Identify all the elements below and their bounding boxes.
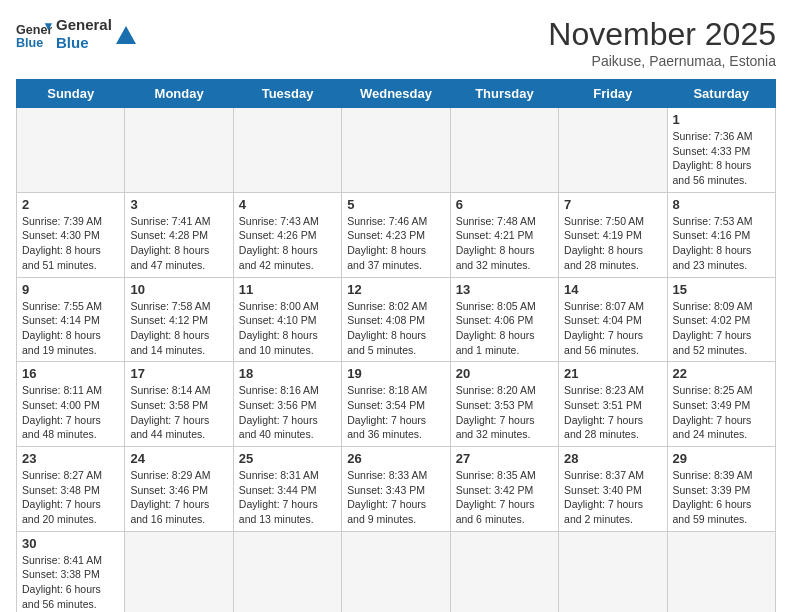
month-title: November 2025 bbox=[548, 16, 776, 53]
day-cell: 19Sunrise: 8:18 AM Sunset: 3:54 PM Dayli… bbox=[342, 362, 450, 447]
day-info: Sunrise: 7:53 AM Sunset: 4:16 PM Dayligh… bbox=[673, 214, 770, 273]
day-cell: 10Sunrise: 7:58 AM Sunset: 4:12 PM Dayli… bbox=[125, 277, 233, 362]
day-info: Sunrise: 8:11 AM Sunset: 4:00 PM Dayligh… bbox=[22, 383, 119, 442]
day-header-saturday: Saturday bbox=[667, 80, 775, 108]
svg-marker-3 bbox=[116, 26, 136, 44]
day-cell bbox=[17, 108, 125, 193]
day-cell bbox=[125, 531, 233, 612]
day-number: 24 bbox=[130, 451, 227, 466]
day-cell bbox=[450, 531, 558, 612]
day-number: 17 bbox=[130, 366, 227, 381]
day-info: Sunrise: 7:41 AM Sunset: 4:28 PM Dayligh… bbox=[130, 214, 227, 273]
day-cell: 13Sunrise: 8:05 AM Sunset: 4:06 PM Dayli… bbox=[450, 277, 558, 362]
week-row-1: 1Sunrise: 7:36 AM Sunset: 4:33 PM Daylig… bbox=[17, 108, 776, 193]
day-number: 16 bbox=[22, 366, 119, 381]
day-cell: 20Sunrise: 8:20 AM Sunset: 3:53 PM Dayli… bbox=[450, 362, 558, 447]
week-row-3: 9Sunrise: 7:55 AM Sunset: 4:14 PM Daylig… bbox=[17, 277, 776, 362]
header: General Blue General Blue November 2025 … bbox=[16, 16, 776, 69]
day-cell: 21Sunrise: 8:23 AM Sunset: 3:51 PM Dayli… bbox=[559, 362, 667, 447]
day-number: 26 bbox=[347, 451, 444, 466]
day-number: 10 bbox=[130, 282, 227, 297]
svg-text:Blue: Blue bbox=[16, 36, 43, 50]
day-info: Sunrise: 8:37 AM Sunset: 3:40 PM Dayligh… bbox=[564, 468, 661, 527]
day-header-friday: Friday bbox=[559, 80, 667, 108]
day-number: 3 bbox=[130, 197, 227, 212]
day-cell: 25Sunrise: 8:31 AM Sunset: 3:44 PM Dayli… bbox=[233, 447, 341, 532]
day-cell bbox=[559, 108, 667, 193]
day-cell: 8Sunrise: 7:53 AM Sunset: 4:16 PM Daylig… bbox=[667, 192, 775, 277]
calendar-header-row: SundayMondayTuesdayWednesdayThursdayFrid… bbox=[17, 80, 776, 108]
day-info: Sunrise: 8:16 AM Sunset: 3:56 PM Dayligh… bbox=[239, 383, 336, 442]
day-number: 23 bbox=[22, 451, 119, 466]
day-cell: 7Sunrise: 7:50 AM Sunset: 4:19 PM Daylig… bbox=[559, 192, 667, 277]
day-number: 29 bbox=[673, 451, 770, 466]
day-cell: 24Sunrise: 8:29 AM Sunset: 3:46 PM Dayli… bbox=[125, 447, 233, 532]
day-info: Sunrise: 7:39 AM Sunset: 4:30 PM Dayligh… bbox=[22, 214, 119, 273]
day-number: 18 bbox=[239, 366, 336, 381]
logo: General Blue General Blue bbox=[16, 16, 136, 52]
week-row-5: 23Sunrise: 8:27 AM Sunset: 3:48 PM Dayli… bbox=[17, 447, 776, 532]
day-cell bbox=[342, 108, 450, 193]
logo-blue: Blue bbox=[56, 34, 112, 52]
day-info: Sunrise: 8:09 AM Sunset: 4:02 PM Dayligh… bbox=[673, 299, 770, 358]
day-number: 11 bbox=[239, 282, 336, 297]
day-number: 8 bbox=[673, 197, 770, 212]
day-info: Sunrise: 8:05 AM Sunset: 4:06 PM Dayligh… bbox=[456, 299, 553, 358]
day-cell: 23Sunrise: 8:27 AM Sunset: 3:48 PM Dayli… bbox=[17, 447, 125, 532]
day-number: 21 bbox=[564, 366, 661, 381]
day-info: Sunrise: 8:14 AM Sunset: 3:58 PM Dayligh… bbox=[130, 383, 227, 442]
day-number: 4 bbox=[239, 197, 336, 212]
day-cell: 15Sunrise: 8:09 AM Sunset: 4:02 PM Dayli… bbox=[667, 277, 775, 362]
day-number: 12 bbox=[347, 282, 444, 297]
day-info: Sunrise: 8:23 AM Sunset: 3:51 PM Dayligh… bbox=[564, 383, 661, 442]
location-subtitle: Paikuse, Paernumaa, Estonia bbox=[548, 53, 776, 69]
day-cell: 29Sunrise: 8:39 AM Sunset: 3:39 PM Dayli… bbox=[667, 447, 775, 532]
day-number: 22 bbox=[673, 366, 770, 381]
day-cell: 17Sunrise: 8:14 AM Sunset: 3:58 PM Dayli… bbox=[125, 362, 233, 447]
day-info: Sunrise: 8:20 AM Sunset: 3:53 PM Dayligh… bbox=[456, 383, 553, 442]
day-cell: 18Sunrise: 8:16 AM Sunset: 3:56 PM Dayli… bbox=[233, 362, 341, 447]
day-info: Sunrise: 8:33 AM Sunset: 3:43 PM Dayligh… bbox=[347, 468, 444, 527]
day-cell bbox=[667, 531, 775, 612]
day-header-thursday: Thursday bbox=[450, 80, 558, 108]
day-cell: 1Sunrise: 7:36 AM Sunset: 4:33 PM Daylig… bbox=[667, 108, 775, 193]
day-cell: 26Sunrise: 8:33 AM Sunset: 3:43 PM Dayli… bbox=[342, 447, 450, 532]
day-info: Sunrise: 8:27 AM Sunset: 3:48 PM Dayligh… bbox=[22, 468, 119, 527]
day-cell: 5Sunrise: 7:46 AM Sunset: 4:23 PM Daylig… bbox=[342, 192, 450, 277]
day-header-monday: Monday bbox=[125, 80, 233, 108]
day-cell: 28Sunrise: 8:37 AM Sunset: 3:40 PM Dayli… bbox=[559, 447, 667, 532]
day-header-wednesday: Wednesday bbox=[342, 80, 450, 108]
day-cell: 30Sunrise: 8:41 AM Sunset: 3:38 PM Dayli… bbox=[17, 531, 125, 612]
day-info: Sunrise: 7:43 AM Sunset: 4:26 PM Dayligh… bbox=[239, 214, 336, 273]
day-number: 30 bbox=[22, 536, 119, 551]
day-number: 20 bbox=[456, 366, 553, 381]
day-info: Sunrise: 8:41 AM Sunset: 3:38 PM Dayligh… bbox=[22, 553, 119, 612]
day-cell: 11Sunrise: 8:00 AM Sunset: 4:10 PM Dayli… bbox=[233, 277, 341, 362]
day-info: Sunrise: 8:25 AM Sunset: 3:49 PM Dayligh… bbox=[673, 383, 770, 442]
week-row-6: 30Sunrise: 8:41 AM Sunset: 3:38 PM Dayli… bbox=[17, 531, 776, 612]
day-info: Sunrise: 8:07 AM Sunset: 4:04 PM Dayligh… bbox=[564, 299, 661, 358]
day-cell: 12Sunrise: 8:02 AM Sunset: 4:08 PM Dayli… bbox=[342, 277, 450, 362]
day-info: Sunrise: 8:18 AM Sunset: 3:54 PM Dayligh… bbox=[347, 383, 444, 442]
day-cell: 2Sunrise: 7:39 AM Sunset: 4:30 PM Daylig… bbox=[17, 192, 125, 277]
day-number: 6 bbox=[456, 197, 553, 212]
day-number: 19 bbox=[347, 366, 444, 381]
day-info: Sunrise: 7:36 AM Sunset: 4:33 PM Dayligh… bbox=[673, 129, 770, 188]
day-info: Sunrise: 7:58 AM Sunset: 4:12 PM Dayligh… bbox=[130, 299, 227, 358]
day-info: Sunrise: 7:48 AM Sunset: 4:21 PM Dayligh… bbox=[456, 214, 553, 273]
title-area: November 2025 Paikuse, Paernumaa, Estoni… bbox=[548, 16, 776, 69]
day-cell: 4Sunrise: 7:43 AM Sunset: 4:26 PM Daylig… bbox=[233, 192, 341, 277]
day-cell: 3Sunrise: 7:41 AM Sunset: 4:28 PM Daylig… bbox=[125, 192, 233, 277]
day-number: 2 bbox=[22, 197, 119, 212]
day-header-tuesday: Tuesday bbox=[233, 80, 341, 108]
day-number: 27 bbox=[456, 451, 553, 466]
week-row-2: 2Sunrise: 7:39 AM Sunset: 4:30 PM Daylig… bbox=[17, 192, 776, 277]
day-cell bbox=[233, 531, 341, 612]
day-header-sunday: Sunday bbox=[17, 80, 125, 108]
day-cell bbox=[233, 108, 341, 193]
day-cell bbox=[125, 108, 233, 193]
day-number: 7 bbox=[564, 197, 661, 212]
logo-icon: General Blue bbox=[16, 16, 52, 52]
day-cell: 16Sunrise: 8:11 AM Sunset: 4:00 PM Dayli… bbox=[17, 362, 125, 447]
day-info: Sunrise: 7:46 AM Sunset: 4:23 PM Dayligh… bbox=[347, 214, 444, 273]
